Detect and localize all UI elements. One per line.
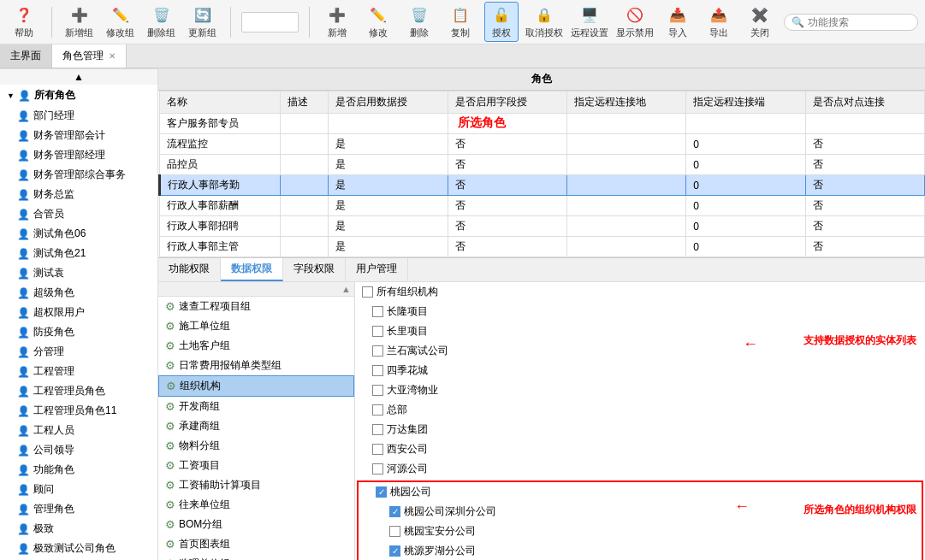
list-item[interactable]: 长隆项目 (355, 302, 925, 321)
add-button[interactable]: ➕ 新增 (320, 3, 354, 41)
list-item[interactable]: ✓桃园公司 (359, 482, 922, 502)
sidebar-item[interactable]: 👤工程管理员角色11 (0, 401, 157, 421)
checkbox[interactable]: ✓ (389, 506, 400, 517)
cell-desc[interactable] (280, 175, 329, 196)
list-item[interactable]: 万达集团 (355, 420, 925, 439)
edit-group-button[interactable]: ✏️ 修改组 (104, 3, 138, 41)
list-item[interactable]: ⚙组织机构 (158, 375, 354, 397)
list-item[interactable]: 总部 (355, 400, 925, 420)
cell-name[interactable]: 行政人事部考勤 (160, 175, 281, 196)
sidebar-item[interactable]: 👤测试角色21 (0, 244, 157, 263)
list-item[interactable]: 桃园宝安分公司 (359, 522, 922, 541)
list-item[interactable]: 大亚湾物业 (355, 380, 925, 400)
cell-field-auth[interactable]: 否 (448, 134, 566, 155)
sidebar-item[interactable]: 👤极致 (0, 519, 157, 539)
list-item[interactable]: 长里项目 (355, 321, 925, 341)
tab-role-mgmt[interactable]: 角色管理 ✕ (52, 44, 127, 68)
cell-name[interactable]: 流程监控 (160, 134, 281, 155)
sidebar-scroll-up[interactable]: ▲ (0, 68, 157, 85)
del-button[interactable]: 🗑️ 删除 (402, 3, 436, 41)
checkbox[interactable] (372, 345, 383, 357)
cell-desc[interactable] (280, 134, 329, 155)
cell-field-auth[interactable] (448, 114, 566, 134)
revoke-button[interactable]: 🔒 取消授权 (525, 3, 564, 41)
cell-remote-port[interactable]: 0 (686, 155, 805, 175)
show-disable-button[interactable]: 🚫 显示禁用 (615, 3, 654, 41)
checkbox[interactable] (372, 463, 383, 475)
function-search-box[interactable]: 🔍 (784, 14, 918, 31)
cell-p2p[interactable]: 否 (805, 196, 924, 216)
cell-desc[interactable] (280, 196, 329, 216)
tab-user-mgmt[interactable]: 用户管理 (346, 258, 408, 281)
list-item[interactable]: ⚙物料分组 (158, 436, 354, 456)
tab-field-perm[interactable]: 字段权限 (283, 258, 346, 281)
sidebar-item[interactable]: 👤公司领导 (0, 440, 157, 460)
list-item[interactable]: ✓桃园公司深圳分公司 (359, 502, 922, 522)
list-item[interactable]: ⚙施工单位组 (158, 316, 354, 336)
export-button[interactable]: 📤 导出 (702, 3, 736, 41)
close-button[interactable]: ✖️ 关闭 (743, 3, 777, 41)
sidebar-item[interactable]: 👤测试角色06 (0, 224, 157, 244)
table-row[interactable]: 行政人事部薪酬 是 否 0 否 (160, 196, 925, 216)
cell-name[interactable]: 行政人事部薪酬 (160, 196, 281, 216)
cell-remote-host[interactable] (566, 155, 685, 175)
cell-field-auth[interactable]: 否 (448, 237, 566, 257)
cell-field-auth[interactable]: 否 (448, 196, 566, 216)
remote-button[interactable]: 🖥️ 远程设置 (571, 3, 609, 41)
cell-remote-host[interactable] (566, 134, 685, 155)
cell-data-auth[interactable]: 是 (329, 196, 448, 216)
list-item[interactable]: ⚙往来单位组 (158, 495, 354, 515)
tab-role-close-icon[interactable]: ✕ (109, 51, 116, 61)
tab-data-perm[interactable]: 数据权限 (221, 258, 283, 281)
checkbox[interactable] (372, 306, 383, 317)
table-row[interactable]: 流程监控 是 否 0 否 (160, 134, 925, 155)
cell-p2p[interactable]: 否 (805, 175, 924, 196)
copy-button[interactable]: 📋 复制 (443, 3, 477, 41)
sidebar-root[interactable]: ▼ 👤 所有角色 (0, 85, 157, 106)
list-item[interactable]: ⚙工资辅助计算项目 (158, 475, 354, 495)
checkbox[interactable] (372, 365, 383, 376)
sidebar-item[interactable]: 👤极致测试公司角色 (0, 539, 157, 558)
sidebar-item[interactable]: 👤财务管理部综合事务 (0, 165, 157, 185)
sidebar-item[interactable]: 👤合管员 (0, 204, 157, 224)
list-item[interactable]: 四季花城 (355, 361, 925, 380)
sidebar-item[interactable]: 👤功能角色 (0, 460, 157, 480)
cell-data-auth[interactable]: 是 (329, 175, 448, 196)
list-item[interactable]: ⚙工资项目 (158, 456, 354, 475)
cell-data-auth[interactable]: 是 (329, 134, 448, 155)
sidebar-item[interactable]: 👤管理角色 (0, 499, 157, 519)
table-row[interactable]: 品控员 是 否 0 否 (160, 155, 925, 175)
checkbox[interactable] (372, 404, 383, 416)
cell-desc[interactable] (280, 155, 329, 175)
cell-remote-port[interactable]: 0 (686, 196, 805, 216)
cell-remote-port[interactable]: 0 (686, 175, 805, 196)
cell-remote-host[interactable] (566, 237, 685, 257)
sidebar-item[interactable]: 👤测试袁 (0, 263, 157, 283)
checkbox[interactable] (362, 286, 373, 298)
checkbox[interactable] (372, 444, 383, 455)
cell-name[interactable]: 客户服务部专员 (160, 114, 281, 134)
cell-remote-host[interactable] (566, 175, 685, 196)
table-row[interactable]: 行政人事部主管 是 否 0 否 (160, 237, 925, 257)
cell-data-auth[interactable]: 是 (329, 155, 448, 175)
new-group-button[interactable]: ➕ 新增组 (62, 3, 97, 41)
cell-field-auth[interactable]: 否 (448, 155, 566, 175)
help-button[interactable]: ❓ 帮助 (7, 3, 41, 41)
sidebar-item[interactable]: 👤分管理 (0, 342, 157, 362)
sidebar-item[interactable]: 👤部门经理 (0, 106, 157, 126)
cell-desc[interactable] (280, 114, 329, 134)
table-row[interactable]: 行政人事部考勤 是 否 0 否 (160, 175, 925, 196)
cell-name[interactable]: 行政人事部主管 (160, 237, 281, 257)
sidebar-item[interactable]: 👤超权限用户 (0, 303, 157, 322)
tab-func-perm[interactable]: 功能权限 (158, 258, 221, 281)
cell-p2p[interactable]: 否 (805, 134, 924, 155)
tab-main[interactable]: 主界面 (0, 44, 52, 68)
checkbox[interactable] (372, 385, 383, 396)
cell-data-auth[interactable]: 是 (329, 237, 448, 257)
sidebar-item[interactable]: 👤财务总监 (0, 185, 157, 204)
cell-data-auth[interactable] (329, 114, 448, 134)
import-button[interactable]: 📥 导入 (661, 3, 695, 41)
update-group-button[interactable]: 🔄 更新组 (186, 3, 220, 41)
sidebar-item[interactable]: 👤顾问 (0, 480, 157, 499)
list-item[interactable]: ⚙土地客户组 (158, 336, 354, 356)
